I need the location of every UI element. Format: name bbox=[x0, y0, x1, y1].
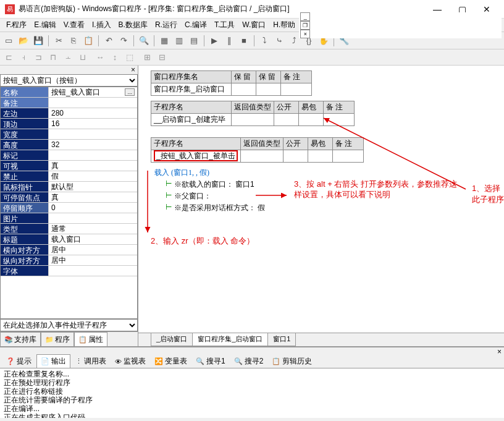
mdi-restore-button[interactable]: ❐ bbox=[300, 21, 310, 30]
property-grid[interactable]: 名称按钮_载入窗口...备注左边280顶边16宽度高度32标记可视真禁止假鼠标指… bbox=[0, 87, 138, 319]
copy-icon[interactable]: ⎘ bbox=[67, 35, 80, 47]
sub-table-2: 子程序名返回值类型公开易包备 注_按钮_载入窗口_被单击 bbox=[151, 137, 364, 163]
step-over-icon[interactable]: ⤵ bbox=[258, 35, 271, 47]
menu-database[interactable]: B.数据库 bbox=[115, 19, 151, 32]
btab-vars[interactable]: 🔀 变量表 bbox=[151, 355, 191, 368]
menu-view[interactable]: V.查看 bbox=[60, 19, 88, 32]
run-icon[interactable]: ▶ bbox=[208, 35, 220, 47]
step-out-icon[interactable]: ⤴ bbox=[288, 35, 300, 47]
call-statement[interactable]: 载入 (窗口1, , 假) bbox=[154, 168, 492, 178]
app-icon: 易 bbox=[5, 4, 15, 14]
open-icon[interactable]: 📂 bbox=[17, 35, 30, 47]
align-center-icon[interactable]: ⫞ bbox=[17, 51, 30, 64]
btab-hint[interactable]: ❓ 提示 bbox=[2, 355, 35, 368]
output-text[interactable]: 正在检查重复名称...正在预处理现行程序正在进行名称链接正在统计需要编译的子程序… bbox=[0, 368, 504, 418]
annotation-1: 1、选择此子程序 bbox=[472, 183, 504, 205]
menu-insert[interactable]: I.插入 bbox=[88, 19, 115, 32]
menu-bar: F.程序 E.编辑 V.查看 I.插入 B.数据库 R.运行 C.编译 T.工具… bbox=[0, 19, 504, 32]
menu-help[interactable]: H.帮助 bbox=[269, 19, 299, 32]
menu-tools[interactable]: T.工具 bbox=[211, 19, 238, 32]
annotation-2: 2、输入 zr（即：载入 命令） bbox=[151, 236, 254, 247]
menu-run[interactable]: R.运行 bbox=[151, 19, 181, 32]
new-icon[interactable]: ▭ bbox=[2, 35, 15, 47]
center-v-icon[interactable]: ⊟ bbox=[156, 51, 168, 64]
code-tab-window[interactable]: _启动窗口 bbox=[151, 333, 193, 346]
center-h-icon[interactable]: ⊞ bbox=[141, 51, 153, 64]
event-selector[interactable]: 在此处选择加入事件处理子程序 bbox=[0, 319, 138, 331]
align-right-icon[interactable]: ⊐ bbox=[32, 51, 44, 64]
layout1-icon[interactable]: ▦ bbox=[158, 35, 170, 47]
same-size-icon[interactable]: ⬚ bbox=[124, 51, 136, 64]
btab-output[interactable]: 📄 输出 bbox=[36, 354, 70, 368]
align-top-icon[interactable]: ⊓ bbox=[47, 51, 59, 64]
toolbar-align: ⊏ ⫞ ⊐ ⊓ ⫠ ⊔ ↔ ↕ ⬚ ⊞ ⊟ bbox=[0, 49, 504, 66]
tab-program[interactable]: 📁 程序 bbox=[41, 332, 74, 346]
prop-browse-button[interactable]: ... bbox=[125, 88, 135, 96]
menu-window[interactable]: W.窗口 bbox=[238, 19, 269, 32]
component-selector[interactable]: 按钮_载入窗口（按钮） bbox=[0, 74, 138, 87]
mdi-min-button[interactable]: _ bbox=[300, 12, 310, 21]
align-left-icon[interactable]: ⊏ bbox=[2, 51, 15, 64]
same-width-icon[interactable]: ↔ bbox=[94, 51, 106, 64]
undo-icon[interactable]: ↶ bbox=[103, 35, 115, 47]
paste-icon[interactable]: 📋 bbox=[82, 35, 94, 47]
align-middle-icon[interactable]: ⫠ bbox=[62, 51, 74, 64]
code-tab-module[interactable]: 窗口程序集_启动窗口 bbox=[192, 333, 268, 346]
output-close-icon[interactable]: × bbox=[497, 347, 502, 355]
same-height-icon[interactable]: ↕ bbox=[109, 51, 121, 64]
menu-program[interactable]: F.程序 bbox=[2, 19, 30, 32]
btab-find2[interactable]: 🔍 搜寻2 bbox=[230, 355, 267, 368]
stop-icon[interactable]: ■ bbox=[238, 35, 250, 47]
layout3-icon[interactable]: ▤ bbox=[188, 35, 200, 47]
cut-icon[interactable]: ✂ bbox=[52, 35, 65, 47]
module-table: 窗口程序集名保 留保 留备 注窗口程序集_启动窗口 bbox=[151, 70, 312, 96]
btab-calltable[interactable]: ⋮ 调用表 bbox=[72, 355, 110, 368]
output-panel: × ❓ 提示 📄 输出 ⋮ 调用表 👁 监视表 🔀 变量表 🔍 搜寻1 🔍 搜寻… bbox=[0, 346, 504, 418]
menu-edit[interactable]: E.编辑 bbox=[30, 19, 59, 32]
pause-icon[interactable]: ‖ bbox=[223, 35, 235, 47]
btab-clip[interactable]: 📋 剪辑历史 bbox=[268, 355, 316, 368]
step-into-icon[interactable]: ⤷ bbox=[273, 35, 285, 47]
redo-icon[interactable]: ↷ bbox=[117, 35, 130, 47]
mdi-close-button[interactable]: × bbox=[300, 30, 310, 38]
save-icon[interactable]: 💾 bbox=[32, 35, 44, 47]
menu-compile[interactable]: C.编译 bbox=[181, 19, 211, 32]
align-bottom-icon[interactable]: ⊔ bbox=[77, 51, 89, 64]
param-line: ⊢※是否采用对话框方式： 假 bbox=[166, 203, 492, 213]
btab-find1[interactable]: 🔍 搜寻1 bbox=[192, 355, 229, 368]
code-content[interactable]: 窗口程序集名保 留保 留备 注窗口程序集_启动窗口 子程序名返回值类型公开易包备… bbox=[138, 66, 504, 333]
panel-close-icon[interactable]: × bbox=[131, 66, 135, 74]
code-tab-window1[interactable]: 窗口1 bbox=[267, 333, 296, 346]
property-panel: × 按钮_载入窗口（按钮） 名称按钮_载入窗口...备注左边280顶边16宽度高… bbox=[0, 66, 138, 346]
tab-properties[interactable]: 📋 属性 bbox=[74, 332, 107, 346]
find-icon[interactable]: 🔍 bbox=[138, 35, 150, 47]
btab-watch[interactable]: 👁 监视表 bbox=[111, 355, 149, 368]
tab-support-lib[interactable]: 📚 支持库 bbox=[0, 332, 41, 346]
layout2-icon[interactable]: ▥ bbox=[173, 35, 185, 47]
annotation-3: 3、按 alt + 右箭头 打开参数列表，参数推荐这样设置，具体可以看下说明 bbox=[294, 179, 461, 200]
sub-table-1: 子程序名返回值类型公开易包备 注__启动窗口_创建完毕 bbox=[151, 101, 355, 126]
code-editor: 窗口程序集名保 留保 留备 注窗口程序集_启动窗口 子程序名返回值类型公开易包备… bbox=[138, 66, 504, 346]
